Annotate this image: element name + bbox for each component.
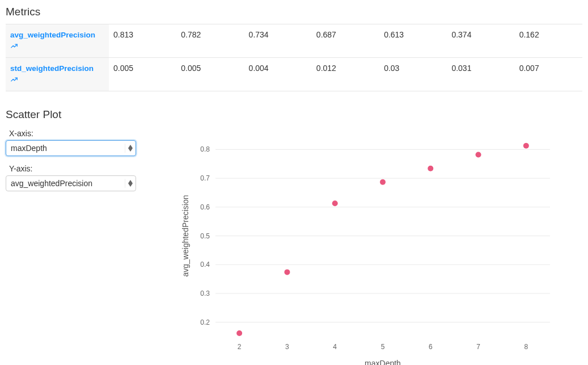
metrics-table: avg_weightedPrecision0.8130.7820.7340.68… (6, 24, 582, 91)
scatter-point (284, 269, 290, 275)
metric-value: 0.813 (109, 24, 176, 58)
y-tick-label: 0.4 (200, 261, 210, 268)
x-tick-label: 6 (429, 343, 433, 351)
metric-value: 0.012 (312, 57, 379, 91)
x-tick-label: 8 (524, 343, 528, 351)
x-tick-label: 3 (285, 343, 289, 351)
scatter-point (476, 152, 481, 157)
metric-value: 0.004 (244, 57, 312, 91)
y-tick-label: 0.6 (200, 203, 210, 211)
metric-value: 0.734 (244, 24, 312, 58)
scatter-point (380, 179, 386, 184)
y-tick-label: 0.2 (200, 318, 210, 326)
x-axis-label: X-axis: (9, 129, 170, 138)
y-axis-select[interactable]: avg_weightedPrecision (6, 175, 136, 191)
scatter-section-title: Scatter Plot (6, 108, 582, 121)
metrics-row: avg_weightedPrecision0.8130.7820.7340.68… (6, 24, 582, 58)
metric-value: 0.687 (312, 24, 379, 58)
chart-line-icon[interactable] (10, 42, 18, 50)
metric-value: 0.613 (379, 24, 447, 58)
x-axis-select-value: maxDepth (6, 144, 125, 153)
y-tick-label: 0.7 (200, 174, 210, 182)
y-tick-label: 0.5 (200, 232, 210, 240)
scatter-point (332, 200, 338, 206)
scatter-chart: 0.20.30.40.50.60.70.82345678maxDepthavg_… (176, 127, 582, 365)
metric-value: 0.782 (176, 24, 244, 58)
x-axis-select[interactable]: maxDepth (6, 140, 136, 156)
metrics-row: std_weightedPrecision0.0050.0050.0040.01… (6, 57, 582, 91)
scatter-point (523, 143, 529, 149)
y-axis-label: Y-axis: (9, 164, 170, 173)
metric-value: 0.031 (447, 57, 514, 91)
x-tick-label: 4 (333, 343, 337, 351)
scatter-point (428, 166, 433, 171)
x-axis-title: maxDepth (365, 359, 401, 365)
metric-value: 0.03 (379, 57, 447, 91)
x-tick-label: 5 (381, 343, 385, 351)
metric-label-cell: std_weightedPrecision (6, 57, 109, 91)
metric-value: 0.005 (109, 57, 176, 91)
metric-value: 0.374 (447, 24, 514, 58)
scatter-point (236, 330, 242, 336)
x-tick-label: 7 (476, 343, 480, 351)
y-axis-title: avg_weightedPrecision (181, 195, 190, 276)
metrics-section-title: Metrics (6, 6, 582, 18)
chart-line-icon[interactable] (10, 75, 18, 83)
y-tick-label: 0.8 (200, 145, 210, 153)
metric-label-cell: avg_weightedPrecision (6, 24, 109, 58)
y-tick-label: 0.3 (200, 290, 210, 297)
metric-value: 0.005 (176, 57, 244, 91)
scatter-controls: X-axis: maxDepth Y-axis: avg_weightedPre… (6, 127, 176, 365)
stepper-icon (125, 144, 136, 153)
stepper-icon (125, 179, 136, 188)
metric-link[interactable]: avg_weightedPrecision (10, 30, 104, 41)
metric-value: 0.007 (515, 57, 582, 91)
x-tick-label: 2 (238, 343, 242, 351)
y-axis-select-value: avg_weightedPrecision (6, 179, 125, 188)
metric-link[interactable]: std_weightedPrecision (10, 64, 104, 74)
metric-value: 0.162 (515, 24, 582, 58)
